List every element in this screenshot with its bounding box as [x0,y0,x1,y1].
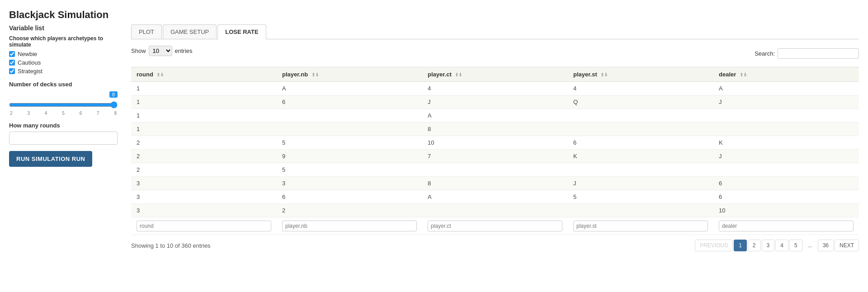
cell-dealer: 10 [713,204,859,217]
cell-dealer: J [713,95,859,109]
cell-round: 2 [131,136,277,150]
pagination-ellipsis: ... [803,240,817,251]
filter-f-player-nb[interactable] [282,221,417,231]
cell-player_st: 4 [568,82,713,95]
rounds-label: How many rounds [9,122,118,129]
num-decks-label: Number of decks used [9,81,118,88]
tab-lose-rate[interactable]: LOSE RATE [217,24,266,39]
col-header-player_st[interactable]: player.st ⬆⬇ [568,67,713,82]
pagination-page-2[interactable]: 2 [748,240,761,251]
num-decks-slider[interactable] [9,101,118,108]
sort-icon-player_st: ⬆⬇ [600,72,608,77]
checkbox-newbie[interactable] [9,51,15,57]
tab-game-setup[interactable]: GAME SETUP [163,24,217,39]
col-header-dealer[interactable]: dealer ⬆⬇ [713,67,859,82]
cell-round: 1 [131,82,277,95]
variable-list-title: Variable list [9,24,118,32]
filter-f-player-st[interactable] [573,221,708,231]
search-label: Search: [755,50,775,57]
cell-player_nb: 6 [277,95,422,109]
checkbox-label-newbie: Newbie [18,51,37,57]
cell-player_st [568,163,713,177]
pagination-page-1[interactable]: 1 [734,240,747,251]
filter-f-player-ct[interactable] [428,221,562,231]
cell-player_nb: 6 [277,190,422,204]
sort-icon-round: ⬆⬇ [156,72,164,77]
cell-player_ct: A [422,190,568,204]
cell-player_nb: 3 [277,177,422,190]
pagination-previous[interactable]: PREVIOUS [695,240,733,251]
tab-bar: PLOTGAME SETUPLOSE RATE [131,24,859,39]
col-header-player_ct[interactable]: player.ct ⬆⬇ [422,67,568,82]
cell-player_ct: 7 [422,150,568,163]
cell-dealer [713,122,859,136]
table-row: 3210 [131,204,859,217]
table-row: 16JQJ [131,95,859,109]
cell-player_st: Q [568,95,713,109]
rounds-input[interactable]: 100 [9,132,118,145]
table-row: 338J6 [131,177,859,190]
slider-badge: 8 [109,91,118,98]
sort-icon-player_nb: ⬆⬇ [311,72,319,77]
player-checkbox-newbie: Newbie [9,51,118,57]
run-simulation-button[interactable]: RUN SIMULATION RUN [9,151,92,167]
cell-player_nb: 9 [277,150,422,163]
filter-f-round[interactable] [137,221,271,231]
cell-player_nb: 5 [277,163,422,177]
table-row: 1A44A [131,82,859,95]
pagination-page-36[interactable]: 36 [818,240,834,251]
cell-player_ct: J [422,95,568,109]
cell-player_nb: A [277,82,422,95]
player-checkbox-cautious: Cautious [9,59,118,66]
table-row: 18 [131,122,859,136]
filter-f-dealer[interactable] [719,221,854,231]
entries-label: entries [175,47,193,54]
col-header-player_nb[interactable]: player.nb ⬆⬇ [277,67,422,82]
cell-dealer: 6 [713,190,859,204]
player-checkbox-strategist: Strategist [9,68,118,75]
cell-round: 1 [131,122,277,136]
pagination: PREVIOUS12345...36NEXT [695,240,859,251]
table-row: 297KJ [131,150,859,163]
sort-icon-dealer: ⬆⬇ [740,72,747,77]
cell-dealer [713,109,859,122]
checkbox-cautious[interactable] [9,60,15,66]
table-row: 25106K [131,136,859,150]
pagination-page-4[interactable]: 4 [775,240,788,251]
cell-round: 1 [131,109,277,122]
search-input[interactable] [778,48,859,59]
cell-round: 3 [131,204,277,217]
cell-player_ct: 8 [422,177,568,190]
cell-round: 1 [131,95,277,109]
cell-dealer: 6 [713,177,859,190]
showing-text: Showing 1 to 10 of 360 entries [131,242,211,249]
cell-round: 2 [131,163,277,177]
cell-dealer: A [713,82,859,95]
col-header-round[interactable]: round ⬆⬇ [131,67,277,82]
tab-plot[interactable]: PLOT [131,24,162,39]
cell-dealer: J [713,150,859,163]
pagination-page-3[interactable]: 3 [762,240,775,251]
cell-player_st: K [568,150,713,163]
cell-player_ct [422,163,568,177]
cell-player_st [568,122,713,136]
show-entries-select[interactable]: 102550100 [149,46,172,56]
cell-player_nb: 2 [277,204,422,217]
cell-player_ct: 4 [422,82,568,95]
cell-dealer [713,163,859,177]
pagination-next[interactable]: NEXT [835,240,859,251]
cell-dealer: K [713,136,859,150]
cell-round: 3 [131,190,277,204]
choose-label: Choose which players archetypes to simul… [9,35,118,48]
app-title: Blackjack Simulation [9,9,859,21]
cell-player_ct [422,204,568,217]
cell-player_nb [277,109,422,122]
cell-round: 2 [131,150,277,163]
table-row: 36A56 [131,190,859,204]
cell-player_nb [277,122,422,136]
sort-icon-player_ct: ⬆⬇ [455,72,462,77]
cell-player_st: J [568,177,713,190]
checkbox-strategist[interactable] [9,68,15,74]
table-row: 1A [131,109,859,122]
pagination-page-5[interactable]: 5 [789,240,802,251]
